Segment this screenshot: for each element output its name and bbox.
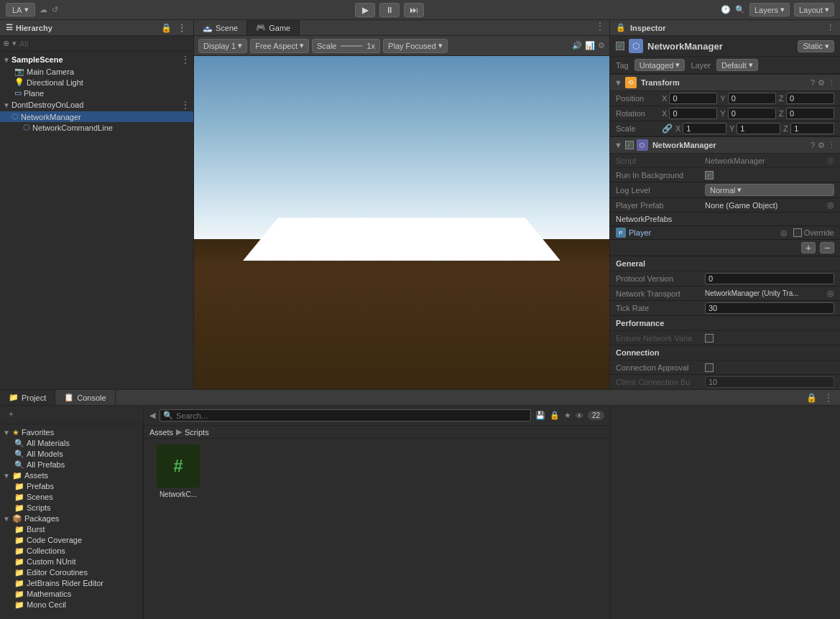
ensure-network-checkbox[interactable] [705,334,714,343]
scale-x-input[interactable] [683,123,726,134]
star-project-icon[interactable]: ★ [564,411,571,420]
scale-link-icon[interactable]: 🔗 [662,124,673,134]
static-dropdown[interactable]: Static ▾ [798,40,834,52]
player-item-target-icon[interactable]: ◎ [780,228,788,238]
project-tab[interactable]: 📁 Project [0,390,55,405]
collections-item[interactable]: 📁 Collections [10,546,142,557]
client-connection-input[interactable] [705,376,834,388]
scripts-item[interactable]: 📁 Scripts [10,503,142,513]
collapse-icon[interactable]: ◀ [149,411,155,420]
aspect-dropdown[interactable]: Free Aspect ▾ [250,39,309,53]
hierarchy-more-icon[interactable]: ⋮ [176,22,188,34]
project-search-input[interactable] [176,411,527,420]
inspector-more-icon[interactable]: ⋮ [826,23,834,32]
hierarchy-lock-icon[interactable]: 🔒 [160,22,173,34]
hidden-icon[interactable]: 👁 [576,411,583,420]
add-prefab-button[interactable]: + [801,242,816,253]
protocol-version-input[interactable] [705,273,834,284]
refresh-icon[interactable]: ↺ [52,5,58,14]
custom-nunit-item[interactable]: 📁 Custom NUnit [10,557,142,567]
favorites-folder[interactable]: ▼ ★ Favorites [0,427,142,438]
scale-dropdown[interactable]: Scale 1x [312,39,380,53]
bottom-lock-icon[interactable]: 🔒 [805,392,818,404]
prefabs-item[interactable]: 📁 Prefabs [10,481,142,492]
transform-help-icon[interactable]: ? [811,78,815,88]
nm-fold-arrow[interactable]: ▼ [614,141,622,149]
view-tabs-more[interactable]: ⋮ [591,20,609,35]
tree-item-plane[interactable]: ▭ Plane [0,88,193,98]
player-prefab-target-icon[interactable]: ◎ [827,200,834,210]
tree-item-directionallight[interactable]: 💡 Directional Light [0,77,193,88]
code-coverage-item[interactable]: 📁 Code Coverage [10,535,142,546]
position-y-input[interactable] [728,93,776,104]
mono-cecil-item[interactable]: 📁 Mono Cecil [10,600,142,610]
scale-y-input[interactable] [737,123,780,134]
override-checkbox[interactable] [793,228,802,237]
go-active-checkbox[interactable]: ✓ [616,42,624,50]
jetbrains-item[interactable]: 📁 JetBrains Rider Editor [10,578,142,589]
nm-help-icon[interactable]: ? [811,141,815,150]
path-scripts[interactable]: Scripts [185,428,209,437]
remove-prefab-button[interactable]: − [820,242,834,253]
position-z-input[interactable] [786,93,834,104]
lock-project-icon[interactable]: 🔒 [550,411,560,420]
nm-active-checkbox[interactable]: ✓ [625,141,634,149]
nm-more-icon[interactable]: ⋮ [828,141,836,150]
rotation-y-input[interactable] [728,108,776,119]
editor-coroutines-item[interactable]: 📁 Editor Coroutines [10,567,142,578]
game-tab[interactable]: 🎮 Game [247,20,300,35]
la-dropdown[interactable]: LA ▾ [6,3,35,17]
packages-folder[interactable]: ▼ 📦 Packages [0,513,142,524]
connection-approval-checkbox[interactable] [705,363,714,372]
all-models-item[interactable]: 🔍 All Models [10,449,142,460]
scenes-item[interactable]: 📁 Scenes [10,492,142,503]
hierarchy-dropdown-icon[interactable]: ▾ [12,39,17,48]
add-asset-button[interactable]: + [6,408,17,421]
gizmos-icon[interactable]: ⚙ [598,41,605,50]
log-level-dropdown[interactable]: Normal ▾ [705,184,834,196]
history-icon[interactable]: 🕐 [721,5,731,14]
dontdestroy-dots[interactable]: ⋮ [180,99,193,111]
assets-folder[interactable]: ▼ 📁 Assets [0,470,142,481]
cloud-icon[interactable]: ☁ [40,5,47,14]
layout-dropdown[interactable]: Layout ▾ [794,3,834,17]
tick-rate-input[interactable] [705,302,834,314]
all-prefabs-item[interactable]: 🔍 All Prefabs [10,460,142,470]
bottom-more-icon[interactable]: ⋮ [823,392,834,404]
path-assets[interactable]: Assets [149,428,173,437]
stats-icon[interactable]: 📊 [585,41,595,50]
network-transport-target-icon[interactable]: ◎ [827,289,834,298]
step-button[interactable]: ⏭ [404,3,424,17]
scene-tab[interactable]: 🗻 Scene [194,20,247,35]
asset-item-networkcmd[interactable]: # NetworkC... [149,445,207,498]
save-layout-icon[interactable]: 💾 [535,411,545,420]
console-tab[interactable]: 📋 Console [55,390,115,405]
run-in-bg-checkbox[interactable]: ✓ [705,171,714,180]
nm-settings-icon[interactable]: ⚙ [818,141,825,150]
mathematics-item[interactable]: 📁 Mathematics [10,589,142,600]
all-materials-item[interactable]: 🔍 All Materials [10,438,142,449]
tree-item-networkcommandline[interactable]: ⬡ NetworkCommandLine [0,122,193,133]
display-dropdown[interactable]: Display 1 ▾ [198,39,247,53]
layer-dropdown[interactable]: Default ▾ [716,59,758,71]
mute-icon[interactable]: 🔊 [572,41,582,50]
scale-z-input[interactable] [790,123,834,134]
inspector-lock-icon[interactable]: 🔒 [616,23,626,32]
layers-dropdown[interactable]: Layers ▾ [749,3,790,17]
tree-item-samplescene[interactable]: ▼ SampleScene ⋮ [0,53,193,66]
transform-settings-icon[interactable]: ⚙ [818,78,825,88]
script-target-icon[interactable]: ◎ [827,156,834,165]
burst-item[interactable]: 📁 Burst [10,524,142,535]
tree-item-networkmanager[interactable]: ⬡ NetworkManager [0,111,193,122]
search-icon[interactable]: 🔍 [735,5,745,14]
transform-fold-arrow[interactable]: ▼ [614,78,622,87]
tag-dropdown[interactable]: Untagged ▾ [634,59,686,71]
pause-button[interactable]: ⏸ [379,3,400,17]
tree-item-dontdestroyonload[interactable]: ▼ DontDestroyOnLoad ⋮ [0,98,193,111]
rotation-x-input[interactable] [669,108,717,119]
play-focused-dropdown[interactable]: Play Focused ▾ [383,39,448,53]
samplescene-dots[interactable]: ⋮ [180,54,193,65]
position-x-input[interactable] [669,93,717,104]
play-button[interactable]: ▶ [355,3,375,17]
rotation-z-input[interactable] [786,108,834,119]
